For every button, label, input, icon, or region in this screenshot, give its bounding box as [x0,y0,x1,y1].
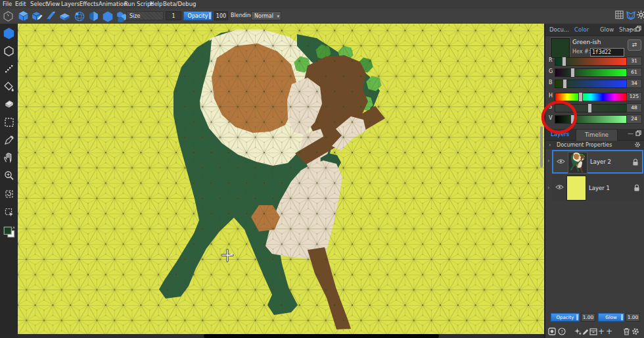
tab-layers[interactable]: Layers [551,131,569,137]
slider-track-b[interactable] [555,80,627,88]
layers-popout-icon[interactable] [635,130,641,136]
tab-glow[interactable]: Glow [600,26,614,33]
eyedropper-tool[interactable] [2,133,16,147]
transform-move-tool[interactable] [2,205,16,219]
knife-tool-icon[interactable] [45,10,57,22]
light-toggle-icon[interactable] [635,9,644,21]
layer-row-1[interactable]: Layer 1 [552,175,643,201]
add-plus-icon-2[interactable]: + [605,327,614,336]
layer-opacity-slider[interactable]: Opacity [551,313,580,322]
slider-value-g[interactable]: 61 [626,68,642,77]
hexagon-tool-icon[interactable] [101,10,114,22]
menu-animation[interactable]: Animation [99,1,127,7]
opacity-slider[interactable]: Opacity [183,11,212,20]
menu-edit[interactable]: Edit [15,1,26,7]
minimize-icon[interactable]: — [628,26,633,32]
slider-value-s[interactable]: 48 [626,103,642,112]
slider-label-s: S [549,104,552,110]
slider-row-r: R 31 [545,57,644,66]
layer1-lock-icon[interactable] [633,184,640,192]
slider-thumb-g[interactable] [570,68,575,78]
pan-hand-tool[interactable] [2,151,16,164]
document-properties-row[interactable]: › Document Properties [545,141,644,149]
slider-value-b[interactable]: 34 [626,79,642,88]
layers-minimize-icon[interactable]: — [628,130,633,137]
layer2-thumbnail[interactable] [568,152,587,174]
hexagon-outline-tool[interactable] [2,44,16,58]
layer-glow-value[interactable]: 1.00 [626,313,640,322]
swap-colors-icon[interactable]: ⇄ [628,39,641,51]
menu-layers[interactable]: Layers [61,1,80,7]
slider-track-s[interactable] [555,104,627,112]
current-color-swatch[interactable] [551,38,570,58]
layer-row-2[interactable]: Layer 2 [552,150,643,174]
eraser-tool[interactable] [2,97,16,111]
slider-track-g[interactable] [555,68,627,77]
layer-mask-icon[interactable] [547,327,557,336]
layer1-expand-chevron-icon[interactable]: › [547,184,550,191]
slider-label-v: V [549,115,552,121]
layer1-thumbnail[interactable] [566,176,586,201]
opacity-value[interactable]: 100 [214,11,228,20]
slider-thumb-h[interactable] [578,92,583,102]
slider-track-r[interactable] [555,57,627,66]
layer2-lock-icon[interactable] [632,158,639,166]
main-hexagon-tool-icon[interactable] [2,10,14,22]
document-properties-label: Document Properties [557,142,612,148]
canvas-svg [18,24,544,334]
document-canvas[interactable] [18,24,544,334]
slider-value-v[interactable]: 24 [626,114,642,124]
tab-color[interactable]: Color [574,26,589,33]
blending-dropdown[interactable]: Normal▾ [251,11,281,20]
layer2-expand-chevron-icon[interactable]: › [547,157,550,164]
slider-value-r[interactable]: 31 [626,57,642,66]
cube-edit-tool-icon[interactable] [31,10,43,22]
slider-thumb-v[interactable] [570,114,575,124]
tab-docs[interactable]: Docu... [549,26,569,33]
zoom-tool[interactable] [2,168,16,182]
menu-run-script[interactable]: Run Script [124,1,153,7]
settings-gear-icon[interactable] [631,327,640,336]
tab-timeline[interactable]: Timeline [576,129,618,141]
chevron-right-icon[interactable]: › [549,141,551,148]
slider-track-h[interactable] [555,93,627,101]
menu-help[interactable]: Help [150,1,162,7]
popout-icon[interactable] [635,26,641,32]
menu-effects[interactable]: Effects [80,1,99,7]
fill-bucket-tool[interactable] [2,80,16,93]
layer-opacity-value[interactable]: 1.00 [581,313,595,322]
cube-tool-icon[interactable] [17,10,30,22]
layer2-visibility-eye-icon[interactable] [557,158,565,164]
slider-row-g: G 61 [545,68,644,77]
draw-hexagon-tool[interactable] [2,26,16,40]
layer1-visibility-eye-icon[interactable] [555,184,564,190]
document-gear-icon[interactable] [634,141,641,148]
size-label: Size [129,13,140,19]
menu-view[interactable]: View [47,1,60,7]
slider-label-h: H [549,93,553,99]
layer-glow-slider[interactable]: Glow [598,313,624,322]
menu-file[interactable]: File [3,1,12,7]
flat-cube-tool-icon[interactable] [58,10,71,22]
size-slider[interactable]: Size [126,11,164,20]
lasso-tool[interactable] [2,62,16,76]
slider-thumb-r[interactable] [562,57,566,66]
slider-thumb-b[interactable] [563,79,567,89]
marquee-select-tool[interactable] [2,115,16,129]
color-swatches[interactable] [2,225,16,239]
canvas-scrollbar[interactable] [540,126,543,168]
slider-track-v[interactable] [555,115,627,124]
trash-icon[interactable] [622,327,631,336]
half-hex-tool-icon[interactable] [87,10,100,22]
slider-value-h[interactable]: 125 [626,92,642,101]
help-icon[interactable]: ? [557,327,566,336]
menu-beta-debug[interactable]: Beta/Debug [163,1,196,7]
hex-input[interactable] [590,48,624,57]
menu-select[interactable]: Select [30,1,47,7]
wire-sphere-tool-icon[interactable] [73,10,85,22]
slider-thumb-s[interactable] [587,103,592,113]
size-value[interactable]: 1 [166,11,181,20]
layer1-name[interactable]: Layer 1 [589,185,610,191]
layer2-name[interactable]: Layer 2 [590,158,611,165]
transform-rotate-tool[interactable] [2,187,16,201]
